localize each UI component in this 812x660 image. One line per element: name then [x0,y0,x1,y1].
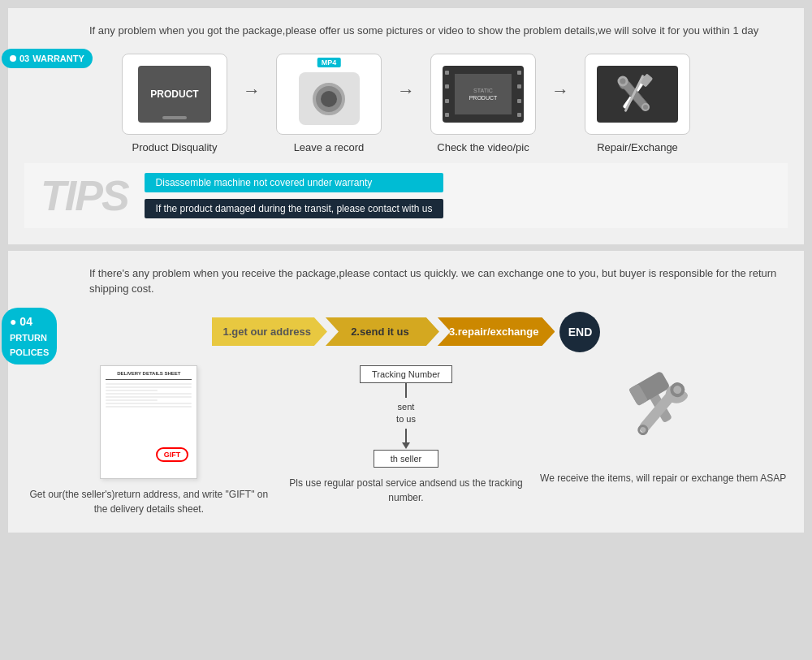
sent-label: sentto us [396,401,416,426]
return-top-text: If there's any problem when you receive … [89,265,788,297]
fd4 [445,113,449,117]
step2-img: MP4 [276,54,382,135]
seller-box: th seller [374,450,438,468]
tool-icon [597,66,678,123]
fd3 [445,99,449,103]
process-end: END [559,312,600,352]
step-check-video: STATIC PRODUCT Check the video/pic [418,54,548,153]
film-inner: STATIC PRODUCT [455,74,512,114]
sl1 [106,383,192,385]
return-section: ● 04 PRTURN POLICES If there's any probl… [8,251,804,533]
col-tools: We receive the items, will repair or exc… [538,365,788,485]
warranty-label-num: 03 [19,54,29,63]
film-dots-right [517,66,521,123]
fdr2 [517,84,521,88]
col-delivery: DELIVERY DETAILS SHEET GIFT Get our(the … [24,365,274,516]
return-label-line2: POLICES [10,347,49,358]
camera-lens [313,83,345,115]
film-icon: STATIC PRODUCT [443,66,524,123]
col3-desc: We receive the items, will repair or exc… [540,471,786,485]
tip1-box: Disassemble machine not covered under wa… [145,173,444,192]
bottom-columns: DELIVERY DETAILS SHEET GIFT Get our(the … [24,365,788,516]
col2-desc: Pls use regular postal service andsend u… [282,476,531,505]
warranty-top-text: If any problem when you got the package,… [89,23,788,39]
fdr3 [517,99,521,103]
process-step-2-label: 2.send it us [351,326,409,338]
process-step-3-label: 3.repair/exchange [449,326,539,338]
warranty-steps-row: PRODUCT Product Disquality → MP4 Leave a… [24,54,788,153]
gift-badge: GIFT [156,447,189,462]
fdr1 [517,71,521,75]
tip2-box: If the product damaged during the transi… [145,199,444,218]
tracking-number-box: Tracking Number [360,365,452,383]
warranty-section: 03 WARRANTY If any problem when you got … [8,8,804,244]
tracking-label: Tracking Number [372,369,440,379]
delivery-sheet-img: DELIVERY DETAILS SHEET GIFT [100,365,197,479]
step-leave-record: MP4 Leave a record [264,54,394,153]
step3-label: Check the video/pic [437,141,529,153]
sent-to-us: sentto us [396,402,416,424]
sl8 [106,406,192,408]
return-label-num: ● 04 [10,314,32,329]
arrow3: → [551,80,569,101]
sl7 [106,403,192,404]
fd1 [445,71,449,75]
mp4-badge: MP4 [317,58,341,67]
step3-img: STATIC PRODUCT [430,54,536,135]
sheet-divider [106,379,192,380]
sheet-title: DELIVERY DETAILS SHEET [106,371,192,376]
tracking-illustration: Tracking Number sentto us th seller [360,365,452,468]
step1-img: PRODUCT [122,54,227,135]
camera-icon [299,72,360,125]
sl6 [106,399,158,401]
film-label: STATIC PRODUCT [469,88,498,101]
process-flow: 1.get our address 2.send it us 3.repair/… [24,312,788,352]
process-step-3: 3.repair/exchange [438,317,555,346]
step1-label: Product Disquality [132,141,218,153]
return-label: ● 04 PRTURN POLICES [2,308,57,365]
camera-lens-inner [321,91,337,107]
process-step-1: 1.get our address [212,317,327,346]
step-repair-exchange: Repair/Exchange [572,54,702,153]
tips-boxes: Disassemble machine not covered under wa… [145,173,444,218]
step2-label: Leave a record [294,141,365,153]
process-step-2: 2.send it us [326,317,439,346]
sl4 [106,393,192,395]
arrow1: → [243,80,261,101]
product-icon: PRODUCT [138,66,211,123]
tips-title: TIPS [41,171,128,220]
sl2 [106,386,192,388]
track-line-bottom [405,429,407,443]
warranty-label: 03 WARRANTY [2,49,93,68]
arrow2: → [397,80,415,101]
sl3 [106,390,158,391]
seller-label: th seller [391,454,422,464]
arrow-head [402,442,410,449]
tracking-arrow-group: sentto us [396,383,416,444]
sl5 [106,396,192,398]
track-line-top [405,383,407,398]
tools-svg [613,70,662,119]
process-step-1-label: 1.get our address [223,326,311,338]
tips-section: TIPS Disassemble machine not covered und… [24,163,788,228]
warranty-label-text: WARRANTY [32,54,84,63]
fd2 [445,84,449,88]
return-label-line1: PRTURN [10,332,47,343]
fdr4 [517,113,521,117]
process-end-label: END [568,326,593,339]
film-dots-left [445,66,449,123]
col-tracking: Tracking Number sentto us th seller [282,365,531,506]
col1-desc: Get our(the seller's)return address, and… [24,487,274,516]
step-product-disquality: PRODUCT Product Disquality [110,54,240,153]
repair-tools-icon [615,365,712,463]
step4-img [585,54,690,135]
step4-label: Repair/Exchange [597,141,678,153]
product-label: PRODUCT [150,88,198,100]
label-dot [10,55,16,62]
